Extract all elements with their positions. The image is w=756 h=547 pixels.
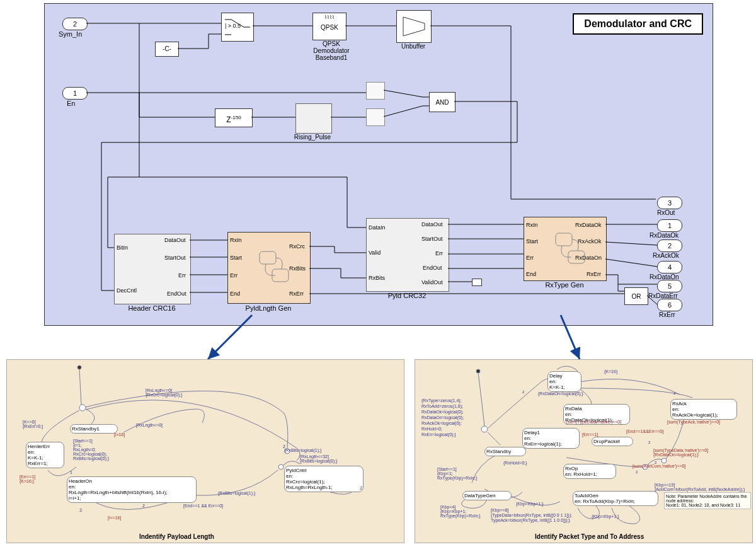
state-rxstandby[interactable]: RxStandby [484,447,526,456]
main-diagram-panel: Demodulator and CRC 2 Sym_In 1 En | > 0.… [44,3,713,326]
outport-rxdataok[interactable]: 1 [657,219,682,232]
switch-block[interactable]: | > 0.5 [221,13,254,42]
svg-point-69 [79,405,86,411]
svg-line-59 [605,242,657,245]
svg-point-73 [278,464,284,469]
unbuffer-label: Unbuffer [396,43,430,50]
pyld-crc32-label: Pyld CRC32 [375,292,438,299]
outport-rxout[interactable]: 3 [657,197,682,209]
qpsk-label: QPSK Demodulator Baseband1 [306,40,357,61]
outport-rxackok[interactable]: 2 [657,239,682,252]
signal-block-1[interactable] [366,82,385,100]
note-box: Note: Parameter NodeAddre contains the n… [664,492,751,509]
svg-point-70 [77,366,81,369]
signal-block-2[interactable] [366,108,385,126]
state-pyldcntrl[interactable]: PyldCntrl en: RxCrc=logical(1); RxLngth=… [284,466,364,492]
state-herdererr[interactable]: HerderErr en: K=K-1; RxErr=1; [26,442,64,468]
state-droppacket[interactable]: DropPacket [592,437,633,446]
inport-en-label: En [67,100,75,107]
svg-point-76 [481,426,488,432]
state-delay[interactable]: Delay en: K=K-1; [547,371,581,392]
const-block[interactable]: -C- [155,42,179,57]
svg-point-75 [476,369,480,373]
rising-pulse-label: Rising_Pulse [284,134,341,141]
inport-sym-in-label: Sym_In [59,30,82,38]
and-block[interactable]: AND [429,92,455,112]
svg-rect-7 [556,233,572,246]
svg-marker-4 [403,17,425,36]
outport-rxdataon[interactable]: 4 [657,261,682,274]
inport-sym-in[interactable]: 2 [62,18,88,30]
state-delay1[interactable]: Delay1 en: RxErr=logical(1); [522,428,580,449]
svg-line-25 [384,90,423,97]
delay-block[interactable]: Z-150 [215,108,253,127]
unbuffer-block[interactable] [396,10,432,43]
outport-rxdataerr[interactable]: 5 [657,280,682,292]
stateflow-packet-type[interactable]: {RxType=zeros(1,4); RxToAdd=zeros(1,8); … [415,359,753,543]
state-toaddgen[interactable]: ToAddGen en: RxToAdd(Kbp-7)=RxIn; [573,491,658,506]
terminator-block[interactable] [472,279,482,286]
qpsk-block[interactable]: ⌇⌇⌇⌇ QPSK [312,13,346,40]
svg-rect-5 [260,251,276,264]
state-rxack[interactable]: RxAck en: RxAckOk=logical(1); [670,399,737,420]
rxtype-gen-label: RxType Gen [533,281,596,289]
or-block[interactable]: OR [624,287,648,305]
outport-rxerr[interactable]: 6 [657,299,682,311]
svg-line-60 [605,259,657,267]
state-datatypegen[interactable]: DataTypeGen [462,491,512,500]
svg-line-26 [384,106,423,117]
svg-line-71 [79,369,81,405]
state-rxop[interactable]: RxOp en: RxHold=1; [563,464,616,479]
inport-en[interactable]: 1 [62,87,88,100]
state-rxstandby1[interactable]: RxStandby1 [70,424,118,434]
sf-right-title: Identify Packet Type and To Address [535,533,644,540]
pyldlngth-gen-label: PyldLngth Gen [234,304,303,312]
stateflow-payload-length[interactable]: HerderErr en: K=K-1; RxErr=1; RxStandby1… [6,359,404,543]
sf-left-title: Indentify Payload Length [139,533,214,540]
header-crc16-label: Header CRC16 [120,304,183,312]
rising-pulse-block[interactable] [295,103,332,134]
svg-point-79 [662,458,667,463]
diagram-title: Demodulator and CRC [573,13,703,35]
state-headeron[interactable]: HeaderOn en: RxLngth=RxLngth+bitshift(in… [67,476,197,503]
